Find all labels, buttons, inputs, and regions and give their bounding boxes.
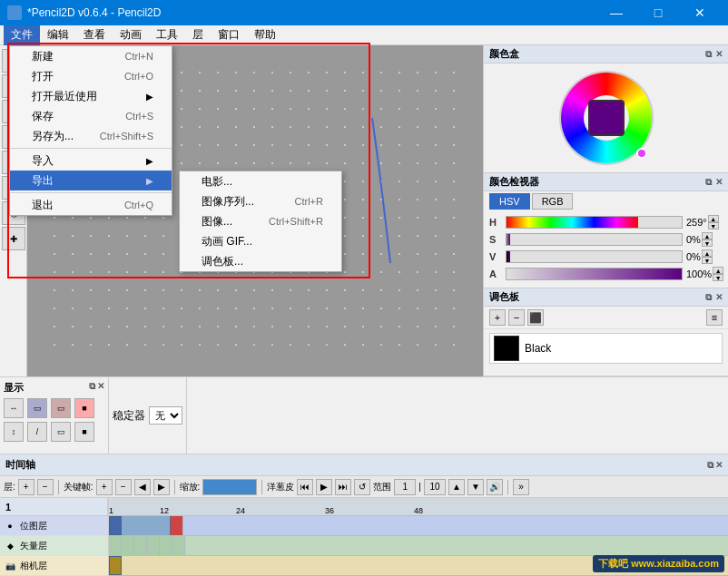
- track-camera[interactable]: [109, 556, 728, 576]
- disp-grid[interactable]: ▭: [51, 422, 71, 442]
- disp-flip-v[interactable]: ↕: [4, 422, 24, 442]
- range-start[interactable]: 1: [394, 479, 416, 495]
- palette-float-icon[interactable]: ⧉: [705, 292, 712, 303]
- color-wheel[interactable]: [561, 73, 652, 163]
- menu-export[interactable]: 导出 ▶: [10, 171, 172, 190]
- tool-move[interactable]: ✚: [2, 227, 25, 250]
- tab-rgb[interactable]: RGB: [532, 193, 574, 210]
- frame-red[interactable]: [171, 516, 183, 535]
- range-end[interactable]: 10: [424, 479, 446, 495]
- minimize-button[interactable]: —: [595, 0, 637, 25]
- slider-h-track[interactable]: [506, 216, 683, 229]
- slider-h-up[interactable]: ▲: [708, 215, 719, 222]
- menu-import[interactable]: 导入 ▶: [10, 151, 172, 171]
- slider-v-down[interactable]: ▼: [702, 257, 713, 264]
- export-image-seq[interactable]: 图像序列... Ctrl+R: [180, 191, 341, 211]
- timeline-close-icon[interactable]: ✕: [715, 460, 723, 471]
- menu-window[interactable]: 窗口: [211, 25, 247, 45]
- disp-onion-next[interactable]: ▭: [51, 398, 71, 418]
- palette-menu-btn[interactable]: ≡: [706, 309, 723, 326]
- panel-close-icon[interactable]: ✕: [715, 49, 723, 60]
- stabilizer-select[interactable]: 无 弱 强: [149, 406, 182, 425]
- play-fwd[interactable]: ⏭: [335, 479, 351, 495]
- maximize-button[interactable]: □: [637, 0, 679, 25]
- range-spin-up[interactable]: ▲: [448, 479, 465, 495]
- expand-btn[interactable]: »: [513, 479, 529, 495]
- prev-keyframe-btn[interactable]: ◀: [134, 479, 151, 495]
- vframe-2[interactable]: [122, 536, 134, 555]
- file-menu[interactable]: 新建 Ctrl+N 打开 Ctrl+O 打开最近使用 ▶ 保存 Ctrl+S 另…: [9, 45, 172, 216]
- disp-flip-h[interactable]: ↔: [4, 398, 24, 418]
- slider-a-down[interactable]: ▼: [713, 274, 723, 281]
- menu-layers[interactable]: 层: [185, 25, 211, 45]
- track-vector[interactable]: [109, 536, 728, 556]
- menu-animation[interactable]: 动画: [113, 25, 149, 45]
- cv-close-icon[interactable]: ✕: [715, 177, 723, 188]
- export-menu[interactable]: 电影... 图像序列... Ctrl+R 图像... Ctrl+Shift+R …: [179, 171, 342, 272]
- vframe-1[interactable]: [109, 536, 122, 555]
- menu-edit[interactable]: 编辑: [40, 25, 76, 45]
- palette-swatch-btn[interactable]: ⬛: [527, 309, 544, 326]
- slider-s-track[interactable]: [506, 233, 683, 246]
- timeline-float-icon[interactable]: ⧉: [707, 460, 713, 471]
- slider-s-down[interactable]: ▼: [702, 239, 713, 247]
- menu-quit[interactable]: 退出 Ctrl+Q: [10, 195, 172, 215]
- menu-file[interactable]: 文件: [4, 25, 40, 45]
- menu-tools[interactable]: 工具: [149, 25, 185, 45]
- vframe-5[interactable]: [160, 536, 172, 555]
- remove-keyframe-btn[interactable]: −: [115, 479, 132, 495]
- palette-close-icon[interactable]: ✕: [715, 292, 723, 303]
- tab-hsv[interactable]: HSV: [489, 193, 530, 210]
- slider-s-up[interactable]: ▲: [702, 232, 713, 239]
- cv-float-icon[interactable]: ⧉: [705, 177, 712, 188]
- slider-v-up[interactable]: ▲: [702, 249, 713, 257]
- frame-1[interactable]: [109, 516, 122, 535]
- export-palette[interactable]: 调色板...: [180, 251, 341, 271]
- close-button[interactable]: ✕: [679, 0, 721, 25]
- menu-open-recent[interactable]: 打开最近使用 ▶: [10, 86, 172, 106]
- slider-a-up[interactable]: ▲: [713, 267, 723, 274]
- color-swatch[interactable]: [588, 100, 625, 136]
- range-spin-down[interactable]: ▼: [467, 479, 484, 495]
- track-bitmap[interactable]: [109, 516, 728, 536]
- display-float-icon[interactable]: ⧉: [89, 381, 95, 395]
- panel-float-icon[interactable]: ⧉: [705, 49, 712, 60]
- palette-remove-btn[interactable]: −: [508, 309, 525, 326]
- layer-row-bitmap[interactable]: ● 位图层: [0, 516, 108, 536]
- play-back[interactable]: ⏮: [297, 479, 313, 495]
- next-keyframe-btn[interactable]: ▶: [153, 479, 170, 495]
- menu-view[interactable]: 查看: [76, 25, 113, 45]
- disp-color[interactable]: ■: [74, 398, 94, 418]
- remove-layer-btn[interactable]: −: [37, 479, 54, 495]
- add-layer-btn[interactable]: +: [18, 479, 34, 495]
- display-close-icon[interactable]: ✕: [97, 381, 104, 395]
- palette-item-black[interactable]: Black: [489, 333, 723, 364]
- vframe-6[interactable]: [172, 536, 185, 555]
- palette-add-btn[interactable]: +: [489, 309, 506, 326]
- disp-camera[interactable]: ■: [74, 422, 94, 442]
- disp-line[interactable]: /: [27, 422, 47, 442]
- loop-btn[interactable]: ↺: [354, 479, 370, 495]
- play-btn[interactable]: ▶: [316, 479, 332, 495]
- vframe-3[interactable]: [134, 536, 147, 555]
- slider-v-track[interactable]: [506, 250, 683, 263]
- layer-row-camera[interactable]: 📷 相机层: [0, 556, 108, 576]
- export-gif[interactable]: 动画 GIF...: [180, 231, 341, 251]
- slider-h-down[interactable]: ▼: [708, 222, 719, 229]
- volume-btn[interactable]: 🔊: [487, 479, 503, 495]
- menu-open[interactable]: 打开 Ctrl+O: [10, 66, 172, 86]
- menu-save[interactable]: 保存 Ctrl+S: [10, 106, 172, 126]
- layer-row-vector[interactable]: ◆ 矢量层: [0, 536, 108, 556]
- disp-onion-prev[interactable]: ▭: [27, 398, 47, 418]
- menu-help[interactable]: 帮助: [247, 25, 283, 45]
- menu-saveas[interactable]: 另存为... Ctrl+Shift+S: [10, 126, 172, 146]
- export-image[interactable]: 图像... Ctrl+Shift+R: [180, 211, 341, 231]
- cframe-1[interactable]: [109, 556, 122, 575]
- add-keyframe-btn[interactable]: +: [96, 479, 113, 495]
- slider-a-track[interactable]: [506, 268, 683, 280]
- zoom-slider[interactable]: [202, 479, 257, 495]
- color-wheel-area[interactable]: [484, 63, 728, 172]
- menu-new[interactable]: 新建 Ctrl+N: [10, 46, 172, 66]
- vframe-4[interactable]: [147, 536, 160, 555]
- export-movie[interactable]: 电影...: [180, 171, 341, 191]
